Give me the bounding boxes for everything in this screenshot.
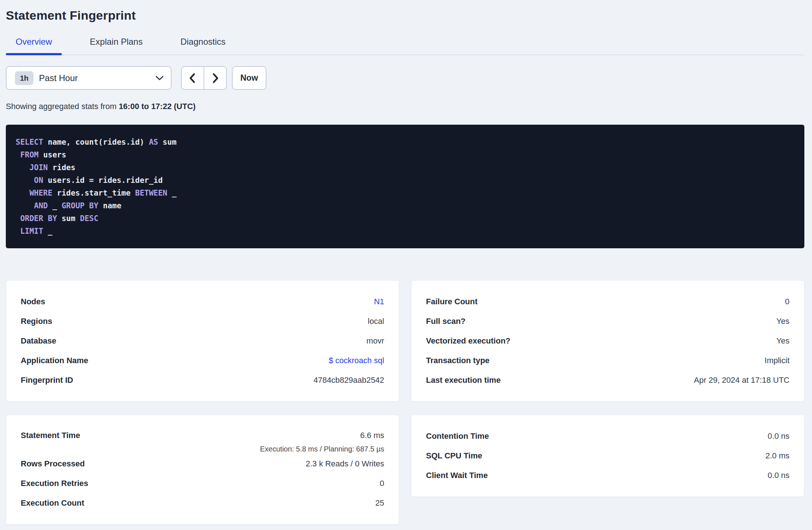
- previous-time-button[interactable]: [182, 67, 204, 89]
- application-name-link[interactable]: $ cockroach sql: [329, 356, 384, 365]
- tab-bar: OverviewExplain PlansDiagnostics: [6, 36, 804, 55]
- time-controls: 1h Past Hour Now: [6, 66, 804, 90]
- transaction-type-value: Implicit: [765, 356, 789, 365]
- full-scan-value: Yes: [776, 317, 789, 326]
- summary-cards: NodesN1RegionslocalDatabasemovrApplicati…: [6, 280, 804, 525]
- execution-retries-label: Execution Retries: [21, 479, 88, 488]
- time-range-badge: 1h: [15, 71, 33, 85]
- statement-time-detail: Execution: 5.8 ms / Planning: 687.5 µs: [260, 444, 384, 454]
- chevron-down-icon: [156, 76, 164, 81]
- client-wait-time-value: 0.0 ns: [768, 471, 789, 480]
- nodes-label: Nodes: [21, 297, 45, 306]
- sql-statement-block: SELECT name, count(rides.id) AS sum FROM…: [6, 125, 804, 248]
- tab-overview[interactable]: Overview: [6, 36, 62, 55]
- contention-time-row: Contention Time0.0 ns: [426, 426, 789, 446]
- sql-cpu-time-label: SQL CPU Time: [426, 451, 482, 461]
- wait-timings-card: Contention Time0.0 nsSQL CPU Time2.0 msC…: [411, 415, 804, 497]
- failure-count-value: 0: [785, 297, 789, 306]
- sql-line: ON users.id = rides.rider_id: [16, 174, 793, 187]
- now-button[interactable]: Now: [232, 66, 266, 90]
- full-scan-row: Full scan?Yes: [426, 312, 789, 331]
- sql-line: FROM users: [16, 149, 793, 161]
- stats-line-prefix: Showing aggregated stats from: [6, 102, 119, 111]
- application-name-label: Application Name: [21, 356, 88, 365]
- statement-fingerprint-page: Statement Fingerprint OverviewExplain Pl…: [0, 0, 804, 525]
- database-row: Databasemovr: [21, 331, 384, 351]
- sql-cpu-time-row: SQL CPU Time2.0 ms: [426, 446, 789, 466]
- vectorized-execution-value: Yes: [776, 336, 789, 346]
- failure-count-row: Failure Count0: [426, 292, 789, 312]
- sql-line: AND _ GROUP BY name: [16, 200, 793, 212]
- time-range-label: Past Hour: [39, 73, 156, 83]
- aggregated-stats-line: Showing aggregated stats from 16:00 to 1…: [6, 101, 804, 112]
- chevron-right-icon: [211, 72, 220, 84]
- last-execution-time-label: Last execution time: [426, 376, 501, 385]
- tab-explain-plans[interactable]: Explain Plans: [80, 36, 152, 55]
- stats-time-range: 16:00 to 17:22 (UTC): [119, 102, 196, 111]
- contention-time-label: Contention Time: [426, 431, 489, 441]
- page-title: Statement Fingerprint: [6, 8, 804, 23]
- client-wait-time-row: Client Wait Time0.0 ns: [426, 466, 789, 485]
- regions-label: Regions: [21, 317, 52, 326]
- execution-attributes-card: Failure Count0Full scan?YesVectorized ex…: [411, 280, 804, 402]
- rows-processed-row: Rows Processed2.3 k Reads / 0 Writes: [21, 454, 384, 474]
- tab-diagnostics[interactable]: Diagnostics: [170, 36, 235, 55]
- fingerprint-id-row: Fingerprint ID4784cb829aab2542: [21, 370, 384, 390]
- database-label: Database: [21, 336, 56, 346]
- nodes-link[interactable]: N1: [374, 297, 384, 306]
- sql-line: ORDER BY sum DESC: [16, 212, 793, 225]
- statement-timings-card: Statement Time6.6 msExecution: 5.8 ms / …: [6, 415, 399, 525]
- application-name-row: Application Name$ cockroach sql: [21, 351, 384, 370]
- execution-count-label: Execution Count: [21, 498, 84, 508]
- sql-cpu-time-value: 2.0 ms: [765, 451, 789, 461]
- sql-line: SELECT name, count(rides.id) AS sum: [16, 136, 793, 149]
- execution-retries-row: Execution Retries0: [21, 474, 384, 493]
- database-value: movr: [366, 336, 384, 346]
- statement-time-row: Statement Time6.6 msExecution: 5.8 ms / …: [21, 426, 384, 454]
- vectorized-execution-row: Vectorized execution?Yes: [426, 331, 789, 351]
- time-step-buttons: [181, 66, 227, 90]
- transaction-type-label: Transaction type: [426, 356, 490, 365]
- sql-line: LIMIT _: [16, 225, 793, 238]
- failure-count-label: Failure Count: [426, 297, 478, 306]
- statement-time-value-stack: 6.6 msExecution: 5.8 ms / Planning: 687.…: [260, 426, 384, 454]
- execution-count-row: Execution Count25: [21, 493, 384, 513]
- rows-processed-value: 2.3 k Reads / 0 Writes: [306, 459, 384, 469]
- nodes-row: NodesN1: [21, 292, 384, 312]
- execution-retries-value: 0: [380, 479, 384, 488]
- regions-value: local: [368, 317, 384, 326]
- contention-time-value: 0.0 ns: [768, 431, 789, 441]
- sql-line: JOIN rides: [16, 161, 793, 174]
- fingerprint-id-value: 4784cb829aab2542: [313, 376, 384, 385]
- last-execution-time-value: Apr 29, 2024 at 17:18 UTC: [694, 376, 789, 385]
- next-time-button[interactable]: [204, 67, 226, 89]
- regions-row: Regionslocal: [21, 312, 384, 331]
- transaction-type-row: Transaction typeImplicit: [426, 351, 789, 370]
- fingerprint-id-label: Fingerprint ID: [21, 376, 73, 385]
- execution-count-value: 25: [375, 498, 384, 508]
- rows-processed-label: Rows Processed: [21, 459, 85, 469]
- client-wait-time-label: Client Wait Time: [426, 471, 488, 480]
- statement-time-label: Statement Time: [21, 426, 80, 445]
- time-range-dropdown[interactable]: 1h Past Hour: [6, 66, 172, 90]
- sql-line: WHERE rides.start_time BETWEEN _: [16, 187, 793, 200]
- statement-details-card: NodesN1RegionslocalDatabasemovrApplicati…: [6, 280, 399, 402]
- chevron-left-icon: [188, 72, 197, 84]
- full-scan-label: Full scan?: [426, 317, 466, 326]
- statement-time-value: 6.6 ms: [260, 426, 384, 445]
- last-execution-time-row: Last execution timeApr 29, 2024 at 17:18…: [426, 370, 789, 390]
- vectorized-execution-label: Vectorized execution?: [426, 336, 510, 346]
